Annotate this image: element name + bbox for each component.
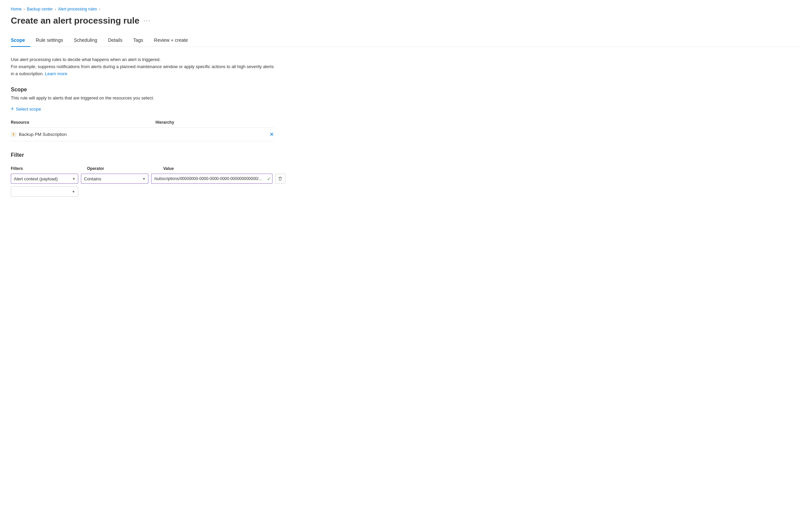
value-check-icon: ✓ bbox=[266, 176, 272, 181]
resource-name: Backup PM Subscription bbox=[19, 132, 67, 137]
breadcrumb-home[interactable]: Home bbox=[11, 7, 21, 12]
breadcrumb: Home › Backup center › Alert processing … bbox=[11, 7, 801, 12]
empty-filter-chevron: ▼ bbox=[72, 190, 75, 193]
tab-review-create[interactable]: Review + create bbox=[149, 34, 193, 47]
trash-icon bbox=[278, 176, 282, 181]
plus-icon: + bbox=[11, 106, 14, 112]
breadcrumb-sep-2: › bbox=[55, 7, 56, 11]
tabs-container: Scope Rule settings Scheduling Details T… bbox=[11, 34, 801, 47]
description-text1: Use alert processing rules to decide wha… bbox=[11, 56, 274, 63]
more-options-button[interactable]: ··· bbox=[143, 17, 150, 24]
operator-select[interactable]: Contains Does not contain Equals Does no… bbox=[81, 174, 148, 184]
filter-row-empty: ▼ bbox=[11, 187, 801, 196]
col-resource: Resource bbox=[11, 117, 156, 128]
value-input[interactable] bbox=[151, 176, 266, 181]
empty-filter-select[interactable]: ▼ bbox=[11, 187, 78, 196]
delete-filter-row-button[interactable] bbox=[275, 174, 285, 184]
operator-wrapper: Contains Does not contain Equals Does no… bbox=[81, 174, 148, 184]
remove-resource-button[interactable]: ✕ bbox=[270, 132, 274, 137]
subscription-icon bbox=[11, 132, 16, 137]
filter-heading: Filter bbox=[11, 152, 801, 158]
tab-tags[interactable]: Tags bbox=[128, 34, 149, 47]
breadcrumb-backup-center[interactable]: Backup center bbox=[27, 7, 53, 12]
description-text2: For example, suppress notifications from… bbox=[11, 63, 274, 77]
col-hierarchy: Hierarchy bbox=[156, 117, 261, 128]
description-block: Use alert processing rules to decide wha… bbox=[11, 56, 274, 77]
value-input-wrapper: ✓ bbox=[151, 174, 273, 184]
operator-col-label: Operator bbox=[87, 166, 158, 171]
scope-heading: Scope bbox=[11, 87, 801, 93]
tab-rule-settings[interactable]: Rule settings bbox=[30, 34, 69, 47]
scope-subtext: This rule will apply to alerts that are … bbox=[11, 95, 801, 101]
filter-column-headers: Filters Operator Value bbox=[11, 166, 801, 171]
select-scope-label: Select scope bbox=[16, 106, 41, 112]
select-scope-button[interactable]: + Select scope bbox=[11, 106, 41, 112]
value-col-label: Value bbox=[163, 166, 278, 171]
action-cell: ✕ bbox=[261, 128, 274, 141]
hierarchy-cell bbox=[156, 128, 261, 141]
page-title: Create an alert processing rule bbox=[11, 15, 139, 26]
breadcrumb-alert-rules: Alert processing rules bbox=[58, 7, 97, 12]
filter-type-select[interactable]: Alert context (payload) Alert rule ID Al… bbox=[11, 174, 78, 184]
filter-section: Filter Filters Operator Value Alert cont… bbox=[11, 152, 801, 196]
tab-scheduling[interactable]: Scheduling bbox=[69, 34, 102, 47]
filters-col-label: Filters bbox=[11, 166, 82, 171]
filter-type-wrapper: Alert context (payload) Alert rule ID Al… bbox=[11, 174, 78, 184]
page-title-row: Create an alert processing rule ··· bbox=[11, 15, 801, 26]
tab-scope[interactable]: Scope bbox=[11, 34, 30, 47]
resource-cell: Backup PM Subscription bbox=[11, 132, 156, 137]
breadcrumb-sep-3: › bbox=[99, 7, 100, 11]
scope-table: Resource Hierarchy B bbox=[11, 117, 274, 141]
breadcrumb-sep-1: › bbox=[24, 7, 25, 11]
scope-section: Scope This rule will apply to alerts tha… bbox=[11, 87, 801, 141]
filter-row-1: Alert context (payload) Alert rule ID Al… bbox=[11, 174, 801, 184]
col-action bbox=[261, 117, 274, 128]
learn-more-link[interactable]: Learn more bbox=[45, 71, 67, 76]
tab-details[interactable]: Details bbox=[102, 34, 128, 47]
table-row: Backup PM Subscription ✕ bbox=[11, 128, 274, 141]
